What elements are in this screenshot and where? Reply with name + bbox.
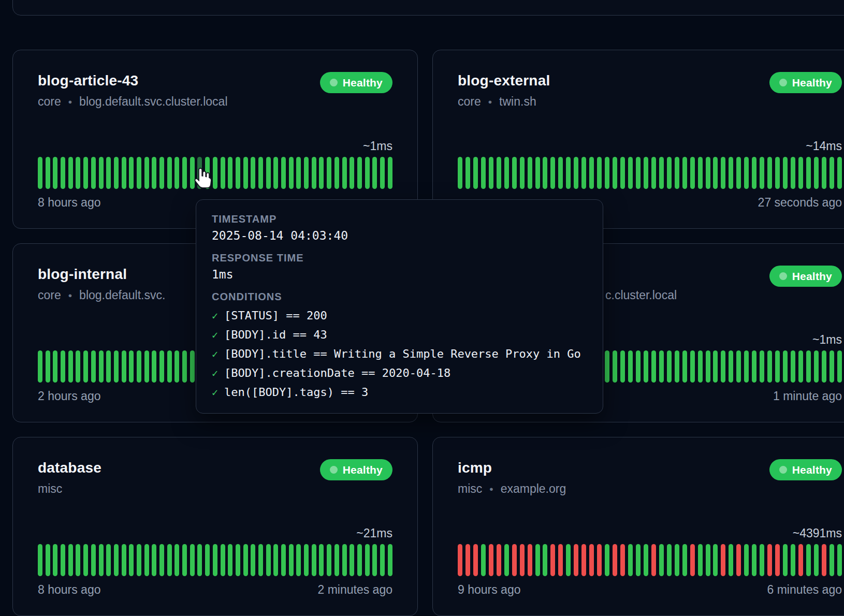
uptime-bar[interactable]: [122, 544, 126, 576]
uptime-bar[interactable]: [167, 157, 172, 189]
uptime-bar[interactable]: [620, 350, 625, 383]
uptime-bar[interactable]: [473, 157, 478, 189]
uptime-bar[interactable]: [473, 544, 478, 576]
uptime-bar[interactable]: [659, 544, 664, 576]
uptime-bar[interactable]: [620, 544, 625, 576]
uptime-bar[interactable]: [736, 544, 741, 576]
uptime-bar[interactable]: [822, 350, 826, 383]
uptime-bar[interactable]: [659, 157, 664, 189]
uptime-bar[interactable]: [729, 350, 733, 383]
uptime-bar[interactable]: [767, 544, 772, 576]
uptime-bar[interactable]: [783, 350, 788, 383]
uptime-bar[interactable]: [760, 157, 764, 189]
uptime-bar[interactable]: [458, 157, 462, 189]
uptime-bar[interactable]: [243, 157, 248, 189]
uptime-bar[interactable]: [99, 544, 104, 576]
uptime-bar[interactable]: [38, 350, 42, 383]
uptime-bar[interactable]: [636, 157, 641, 189]
uptime-bar[interactable]: [167, 544, 172, 576]
uptime-bar[interactable]: [205, 157, 210, 189]
uptime-bar[interactable]: [520, 157, 525, 189]
uptime-bar[interactable]: [388, 544, 392, 576]
uptime-bar[interactable]: [775, 350, 780, 383]
uptime-bar[interactable]: [53, 350, 57, 383]
uptime-bar[interactable]: [667, 544, 672, 576]
uptime-bar[interactable]: [76, 544, 80, 576]
uptime-bar[interactable]: [190, 350, 195, 383]
uptime-bar[interactable]: [535, 544, 540, 576]
uptime-bar[interactable]: [197, 544, 202, 576]
uptime-bar[interactable]: [251, 157, 255, 189]
uptime-bar[interactable]: [152, 157, 156, 189]
uptime-bar[interactable]: [273, 157, 278, 189]
uptime-bar[interactable]: [806, 350, 811, 383]
uptime-bar[interactable]: [729, 157, 733, 189]
uptime-bar[interactable]: [350, 544, 354, 576]
uptime-bar[interactable]: [388, 157, 392, 189]
uptime-bar[interactable]: [682, 157, 687, 189]
uptime-bar[interactable]: [296, 544, 301, 576]
uptime-bar[interactable]: [814, 350, 819, 383]
uptime-bar[interactable]: [543, 157, 547, 189]
uptime-bar[interactable]: [729, 544, 733, 576]
uptime-bar[interactable]: [76, 157, 80, 189]
uptime-bar[interactable]: [319, 157, 324, 189]
uptime-bar[interactable]: [528, 157, 532, 189]
uptime-bar[interactable]: [721, 544, 725, 576]
uptime-bar[interactable]: [83, 350, 88, 383]
uptime-bar[interactable]: [221, 157, 225, 189]
uptime-bar[interactable]: [644, 157, 648, 189]
uptime-bar[interactable]: [190, 544, 195, 576]
uptime-bar[interactable]: [651, 544, 656, 576]
uptime-bar[interactable]: [312, 157, 316, 189]
uptime-bar[interactable]: [613, 350, 617, 383]
uptime-bar[interactable]: [767, 350, 772, 383]
uptime-bar[interactable]: [76, 350, 80, 383]
uptime-bar[interactable]: [713, 350, 718, 383]
uptime-bar[interactable]: [806, 544, 811, 576]
uptime-bar[interactable]: [830, 350, 834, 383]
uptime-bar[interactable]: [814, 157, 819, 189]
uptime-bar[interactable]: [137, 350, 141, 383]
uptime-bar[interactable]: [767, 157, 772, 189]
uptime-bar[interactable]: [342, 157, 347, 189]
card-partial-top[interactable]: [12, 0, 844, 16]
uptime-bar[interactable]: [258, 157, 263, 189]
uptime-bar[interactable]: [99, 350, 104, 383]
uptime-bar[interactable]: [228, 544, 232, 576]
uptime-bar[interactable]: [504, 544, 509, 576]
uptime-bar[interactable]: [144, 157, 149, 189]
uptime-bar[interactable]: [814, 544, 819, 576]
uptime-bar[interactable]: [620, 157, 625, 189]
uptime-bar[interactable]: [791, 157, 795, 189]
service-card[interactable]: database misc Healthy ~21ms 8 hours ago …: [12, 437, 418, 616]
uptime-bar[interactable]: [144, 350, 149, 383]
uptime-bar[interactable]: [760, 350, 764, 383]
uptime-bar[interactable]: [152, 544, 156, 576]
uptime-bar[interactable]: [53, 544, 57, 576]
uptime-bar[interactable]: [497, 544, 501, 576]
uptime-bar[interactable]: [144, 544, 149, 576]
uptime-bar[interactable]: [574, 544, 578, 576]
uptime-bar[interactable]: [574, 157, 578, 189]
uptime-bar[interactable]: [605, 157, 609, 189]
uptime-bar[interactable]: [512, 544, 517, 576]
uptime-bar[interactable]: [613, 157, 617, 189]
uptime-bar[interactable]: [744, 350, 749, 383]
uptime-bar[interactable]: [458, 544, 462, 576]
uptime-bar[interactable]: [837, 157, 842, 189]
uptime-bar[interactable]: [91, 350, 96, 383]
uptime-bar[interactable]: [628, 544, 633, 576]
uptime-bar[interactable]: [675, 157, 679, 189]
uptime-bar[interactable]: [581, 544, 586, 576]
uptime-bar[interactable]: [721, 157, 725, 189]
uptime-bar[interactable]: [736, 157, 741, 189]
uptime-bar[interactable]: [61, 544, 65, 576]
uptime-bar[interactable]: [481, 157, 486, 189]
uptime-bar[interactable]: [706, 157, 710, 189]
uptime-bar[interactable]: [122, 157, 126, 189]
uptime-bar[interactable]: [152, 350, 156, 383]
uptime-bar[interactable]: [289, 544, 294, 576]
uptime-bar[interactable]: [744, 157, 749, 189]
uptime-bar[interactable]: [667, 350, 672, 383]
